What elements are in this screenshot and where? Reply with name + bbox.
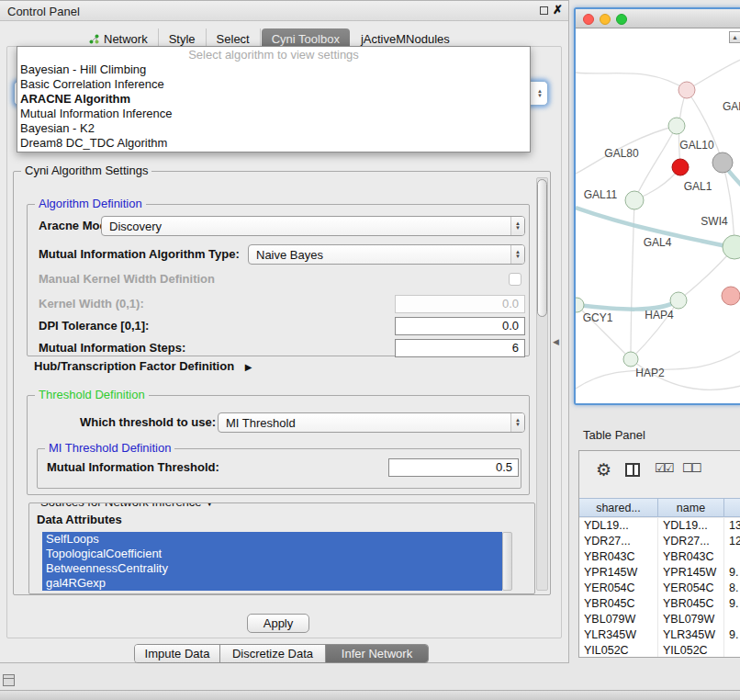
table-cell: YDL19... <box>579 518 658 534</box>
deselect-all-icon[interactable]: ☐☐ <box>682 461 700 475</box>
settings-gear-icon[interactable]: ⚙ <box>596 460 611 480</box>
float-window-icon[interactable] <box>540 6 548 15</box>
kernel-width-field[interactable]: 0.0 <box>395 295 525 313</box>
table-cell: YLR345W <box>658 627 724 643</box>
which-threshold-value: MI Threshold <box>219 416 510 430</box>
table-cell: 8. <box>724 581 740 596</box>
scroll-up-button[interactable]: ▲ <box>729 31 740 43</box>
table-row[interactable]: YBR045CYBR045C9. <box>579 596 740 612</box>
kernel-width-label: Kernel Width (0,1): <box>39 295 144 313</box>
table-cell: 13 <box>724 518 740 534</box>
network-node[interactable] <box>722 287 740 305</box>
node-label: HAP4 <box>645 309 674 322</box>
table-cell: YER054C <box>579 581 658 596</box>
table-cell: YPR145W <box>579 565 658 581</box>
algorithm-definition-group: Algorithm Definition Aracne Mode: Discov… <box>27 204 530 356</box>
table-cell: 9. <box>724 596 740 612</box>
apply-button[interactable]: Apply <box>247 614 309 633</box>
table-row[interactable]: YBL079WYBL079W <box>579 612 740 627</box>
network-node[interactable] <box>623 352 638 367</box>
network-node[interactable] <box>678 82 695 98</box>
attribute-item[interactable]: gal4RGexp <box>42 576 502 591</box>
node-label: HAP2 <box>635 367 665 379</box>
manual-kernel-label: Manual Kernel Width Definition <box>39 270 215 288</box>
minimize-traffic-light-icon[interactable] <box>600 14 611 25</box>
collapsed-panel-icon[interactable] <box>3 674 15 686</box>
node-label: GCY1 <box>583 311 613 324</box>
network-node[interactable] <box>723 235 740 259</box>
bottom-scrollbar[interactable] <box>0 690 740 700</box>
algorithm-option[interactable]: Bayesian - K2 <box>17 121 530 136</box>
network-node[interactable] <box>625 191 644 209</box>
tab-label: jActiveMNodules <box>361 32 450 46</box>
table-row[interactable]: YDR27...YDR27...12 <box>579 534 740 549</box>
mi-algorithm-type-select[interactable]: Naive Bayes ▲▼ <box>248 244 525 265</box>
scrollbar-thumb[interactable] <box>537 179 547 317</box>
tab-label: Cyni Toolbox <box>272 32 340 46</box>
attribute-item[interactable]: BetweennessCentrality <box>42 561 502 576</box>
table-body: YDL19...YDL19...13YDR27...YDR27...12YBR0… <box>579 518 740 657</box>
tab-impute-data[interactable]: Impute Data <box>135 645 220 662</box>
column-header-extra[interactable] <box>724 499 740 516</box>
combo-stepper-icon: ▲▼ <box>510 217 524 235</box>
algorithm-option[interactable]: Dream8 DC_TDC Algorithm <box>17 136 530 151</box>
manual-kernel-checkbox[interactable] <box>509 273 521 286</box>
algorithm-option[interactable]: Mutual Information Inference <box>17 107 530 121</box>
mi-threshold-field[interactable]: 0.5 <box>388 458 519 477</box>
hub-section-label: Hub/Transcription Factor Definition <box>34 359 234 373</box>
settings-scrollbar[interactable] <box>536 177 548 591</box>
columns-icon[interactable] <box>625 463 640 477</box>
zoom-traffic-light-icon[interactable] <box>616 14 627 25</box>
column-header-shared[interactable]: shared... <box>579 499 658 516</box>
algorithm-option[interactable]: Basic Correlation Inference <box>17 77 530 92</box>
table-row[interactable]: YIL052CYIL052C <box>579 643 740 658</box>
algorithm-option[interactable]: Bayesian - Hill Climbing <box>17 62 530 77</box>
table-row[interactable]: YDL19...YDL19...13 <box>579 518 740 534</box>
close-traffic-light-icon[interactable] <box>583 14 594 25</box>
attributes-scrollbar[interactable] <box>502 532 512 591</box>
dpi-tolerance-field[interactable]: 0.0 <box>395 317 525 335</box>
table-cell: YBR045C <box>579 596 658 612</box>
attribute-item[interactable]: SelfLoops <box>42 532 502 547</box>
algorithm-option[interactable]: ARACNE Algorithm <box>17 92 530 107</box>
table-cell: YER054C <box>658 581 724 596</box>
network-window-titlebar[interactable] <box>576 9 740 28</box>
aracne-mode-select[interactable]: Discovery ▲▼ <box>101 216 525 236</box>
data-attributes-list: SelfLoopsTopologicalCoefficientBetweenne… <box>42 532 502 591</box>
table-cell: YBL079W <box>579 612 658 627</box>
network-node[interactable] <box>670 292 687 309</box>
combo-stepper-icon: ▲▼ <box>510 413 524 432</box>
tab-discretize-data[interactable]: Discretize Data <box>220 645 326 662</box>
network-node[interactable] <box>668 118 685 134</box>
attribute-item[interactable]: TopologicalCoefficient <box>42 547 502 561</box>
network-canvas[interactable]: GALGAL80GAL10GAL11GAL1SWI4GAL4GCY1HAP4HA… <box>576 28 740 403</box>
hub-section-toggle[interactable]: Hub/Transcription Factor Definition ▶ <box>34 357 252 374</box>
network-canvas-svg: GALGAL80GAL10GAL11GAL1SWI4GAL4GCY1HAP4HA… <box>576 28 740 405</box>
expand-arrow-icon: ▶ <box>245 362 252 372</box>
network-node[interactable] <box>712 152 733 173</box>
close-icon[interactable]: ✗ <box>553 3 563 17</box>
column-header-name[interactable]: name <box>658 499 724 516</box>
mi-steps-field[interactable]: 6 <box>395 339 525 357</box>
table-cell: 12 <box>724 534 740 549</box>
tab-label: Network <box>104 32 148 46</box>
network-edge <box>687 58 740 90</box>
sources-section-label: Sources for Network Inference <box>40 502 202 509</box>
table-cell: YBR043C <box>579 549 658 565</box>
combo-stepper-icon: ▲▼ <box>510 245 524 264</box>
splitter-collapse-handle[interactable]: ◀ <box>553 337 559 346</box>
table-row[interactable]: YBR043CYBR043C <box>579 549 740 565</box>
sources-section-toggle[interactable]: Sources for Network Inference ▼ <box>37 502 218 510</box>
table-row[interactable]: YER054CYER054C8. <box>579 581 740 596</box>
tab-infer-network[interactable]: Infer Network <box>326 645 428 662</box>
node-label: SWI4 <box>701 215 728 228</box>
which-threshold-label: Which threshold to use: <box>80 413 216 432</box>
select-all-icon[interactable]: ☑☑ <box>655 461 672 475</box>
table-row[interactable]: YLR345WYLR345W9. <box>579 627 740 643</box>
network-node[interactable] <box>576 298 584 312</box>
which-threshold-select[interactable]: MI Threshold ▲▼ <box>218 412 525 433</box>
cyni-settings-group: Cyni Algorithm Settings Algorithm Defini… <box>13 171 551 595</box>
network-node[interactable] <box>672 159 689 175</box>
group-title-algorithm-definition: Algorithm Definition <box>35 197 146 210</box>
table-row[interactable]: YPR145WYPR145W9. <box>579 565 740 581</box>
